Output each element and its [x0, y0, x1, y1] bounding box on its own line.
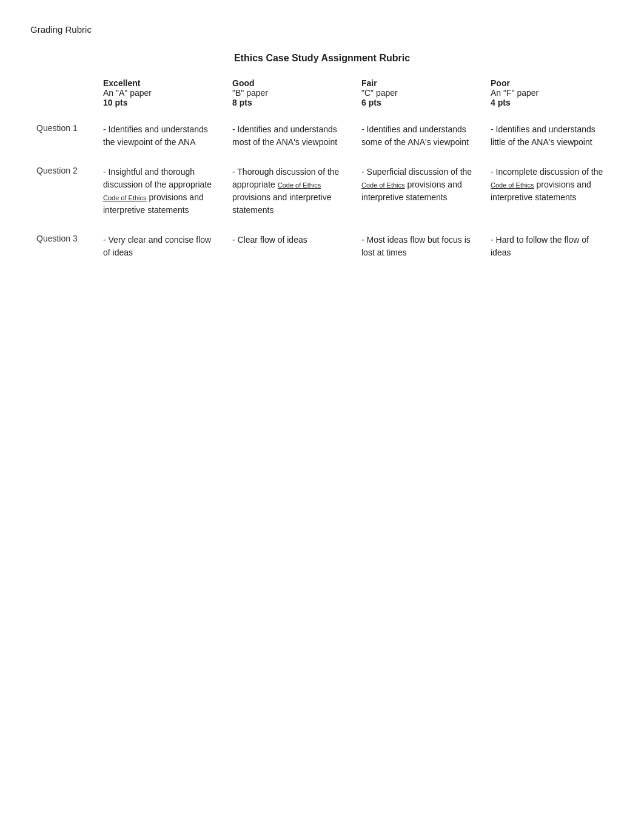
col-header-excellent: Excellent An "A" paper 10 pts: [97, 73, 226, 115]
question-2-good: - Thorough discussion of the appropriate…: [226, 157, 355, 225]
poor-grade-label: Poor: [491, 78, 608, 88]
question-1-good: - Identifies and understands most of the…: [226, 115, 355, 157]
question-1-fair: - Identifies and understands some of the…: [355, 115, 485, 157]
good-grade-label: Good: [232, 78, 349, 88]
code-of-ethics-ref-4: Code of Ethics: [491, 181, 534, 189]
question-3-label: Question 3: [30, 225, 97, 268]
excellent-paper-type: An "A" paper: [103, 88, 220, 98]
question-3-excellent: - Very clear and concise flow of ideas: [97, 225, 226, 268]
question-3-fair: - Most ideas flow but focus is lost at t…: [355, 225, 485, 268]
excellent-pts: 10 pts: [103, 98, 220, 107]
poor-paper-type: An "F" paper: [491, 88, 608, 98]
question-2-excellent: - Insightful and thorough discussion of …: [97, 157, 226, 225]
question-2-poor: - Incomplete discussion of the Code of E…: [485, 157, 614, 225]
question-1-poor: - Identifies and understands little of t…: [485, 115, 614, 157]
question-1-row: Question 1 - Identifies and understands …: [30, 115, 614, 157]
question-2-row: Question 2 - Insightful and thorough dis…: [30, 157, 614, 225]
good-pts: 8 pts: [232, 98, 349, 107]
rubric-table: Excellent An "A" paper 10 pts Good "B" p…: [30, 73, 614, 268]
poor-pts: 4 pts: [491, 98, 608, 107]
col-header-good: Good "B" paper 8 pts: [226, 73, 355, 115]
code-of-ethics-ref-3: Code of Ethics: [361, 181, 405, 189]
question-2-label: Question 2: [30, 157, 97, 225]
question-1-label: Question 1: [30, 115, 97, 157]
question-2-fair: - Superficial discussion of the Code of …: [355, 157, 485, 225]
code-of-ethics-ref-1: Code of Ethics: [103, 194, 147, 201]
fair-paper-type: "C" paper: [361, 88, 478, 98]
question-1-excellent: - Identifies and understands the viewpoi…: [97, 115, 226, 157]
excellent-grade-label: Excellent: [103, 78, 220, 88]
header-row: Excellent An "A" paper 10 pts Good "B" p…: [30, 73, 614, 115]
code-of-ethics-ref-2: Code of Ethics: [278, 181, 321, 189]
col-header-poor: Poor An "F" paper 4 pts: [485, 73, 614, 115]
header-empty-cell: [30, 73, 97, 115]
rubric-container: Ethics Case Study Assignment Rubric Exce…: [30, 53, 614, 268]
question-3-row: Question 3 - Very clear and concise flow…: [30, 225, 614, 268]
fair-pts: 6 pts: [361, 98, 478, 107]
page-title: Grading Rubric: [30, 24, 614, 35]
question-3-poor: - Hard to follow the flow of ideas: [485, 225, 614, 268]
fair-grade-label: Fair: [361, 78, 478, 88]
rubric-title: Ethics Case Study Assignment Rubric: [30, 53, 614, 64]
col-header-fair: Fair "C" paper 6 pts: [355, 73, 485, 115]
good-paper-type: "B" paper: [232, 88, 349, 98]
question-3-good: - Clear flow of ideas: [226, 225, 355, 268]
